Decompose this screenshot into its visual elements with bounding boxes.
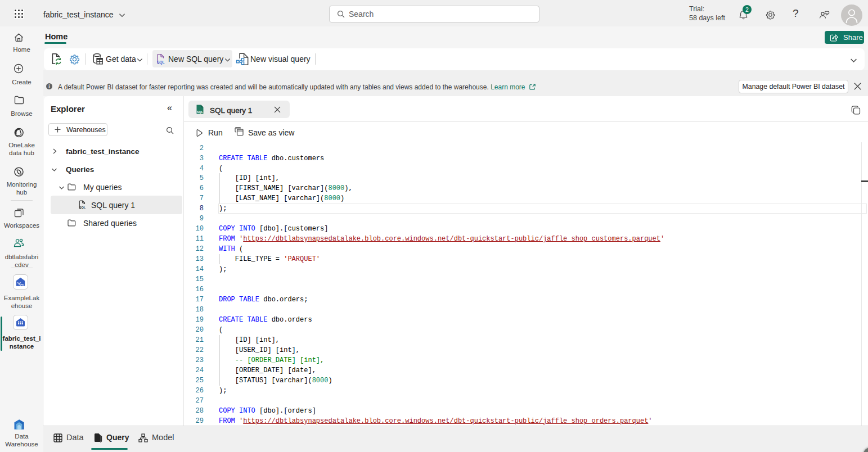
svg-text:SQL: SQL <box>197 110 204 114</box>
svg-text:SQL: SQL <box>79 206 86 209</box>
svg-text:SQL: SQL <box>157 60 164 65</box>
